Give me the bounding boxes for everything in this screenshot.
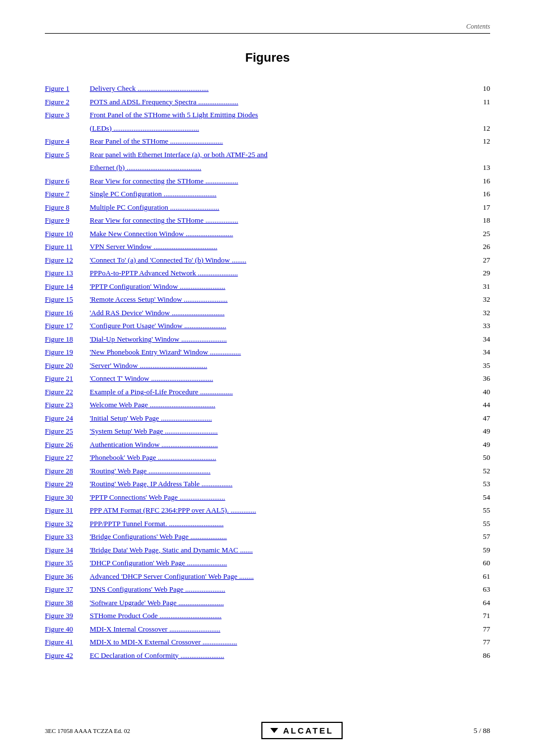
figure-label[interactable]: Figure 8 xyxy=(45,201,90,214)
figure-description[interactable]: 'Initial Setup' Web Page ...............… xyxy=(90,412,455,425)
figure-description[interactable]: 'Bridge Configurations' Web Page .......… xyxy=(90,530,455,543)
figure-label[interactable]: Figure 14 xyxy=(45,280,90,293)
figure-description[interactable]: Rear Panel of the STHome ...............… xyxy=(90,135,455,148)
figure-description[interactable]: Delivery Check .........................… xyxy=(90,82,455,95)
figure-label[interactable]: Figure 20 xyxy=(45,359,90,372)
figure-description[interactable]: Front Panel of the STHome with 5 Light E… xyxy=(90,108,455,122)
figure-label[interactable]: Figure 5 xyxy=(45,148,90,162)
figure-label[interactable]: Figure 39 xyxy=(45,609,90,623)
figure-description[interactable]: Rear panel with Ethernet Interface (a), … xyxy=(90,148,455,162)
figure-description[interactable]: Example of a Ping-of-Life Procedure ....… xyxy=(90,385,455,399)
figure-description[interactable]: Rear View for connecting the STHome ....… xyxy=(90,174,455,188)
figure-label[interactable]: Figure 36 xyxy=(45,570,90,583)
footer-doc-id: 3EC 17058 AAAA TCZZA Ed. 02 xyxy=(45,727,130,734)
table-row: Figure 40MDI-X Internal Crossover ......… xyxy=(45,623,490,636)
figure-label[interactable]: Figure 28 xyxy=(45,464,90,478)
figure-label[interactable]: Figure 4 xyxy=(45,135,90,148)
figure-label[interactable]: Figure 11 xyxy=(45,240,90,253)
figure-description[interactable]: 'Connect T' Window .....................… xyxy=(90,372,455,385)
figure-description[interactable]: MDI-X to MDI-X External Crossover ......… xyxy=(90,635,455,649)
figure-description[interactable]: 'Routing' Web Page, IP Address Table ...… xyxy=(90,477,455,491)
figure-label[interactable]: Figure 27 xyxy=(45,451,90,464)
figure-description[interactable]: 'DNS Configurations' Web Page ..........… xyxy=(90,583,455,596)
figure-page-number: 71 xyxy=(455,609,490,623)
figure-description[interactable]: POTS and ADSL Frequency Spectra ........… xyxy=(90,95,455,109)
figure-page-number: 57 xyxy=(455,530,490,543)
figure-label[interactable]: Figure 30 xyxy=(45,491,90,504)
figure-label[interactable]: Figure 38 xyxy=(45,596,90,610)
figure-label[interactable]: Figure 24 xyxy=(45,412,90,425)
figure-page-number: 77 xyxy=(455,635,490,649)
figure-description[interactable]: Rear View for connecting the STHome ....… xyxy=(90,214,455,227)
figure-page-number: 86 xyxy=(455,649,490,662)
figure-description[interactable]: Multiple PC Configuration ..............… xyxy=(90,201,455,214)
figure-description[interactable]: 'Phonebook' Web Page ...................… xyxy=(90,451,455,464)
figure-description[interactable]: 'DHCP Configuration' Web Page ..........… xyxy=(90,556,455,570)
figure-label[interactable]: Figure 16 xyxy=(45,306,90,320)
figure-label[interactable]: Figure 12 xyxy=(45,253,90,267)
figure-description[interactable]: 'Add RAS Device' Window ................… xyxy=(90,306,455,320)
figure-description[interactable]: Welcome Web Page .......................… xyxy=(90,398,455,412)
figure-page-number xyxy=(455,148,490,162)
figure-label[interactable]: Figure 1 xyxy=(45,82,90,95)
figure-label[interactable]: Figure 42 xyxy=(45,649,90,662)
figure-label[interactable]: Figure 40 xyxy=(45,623,90,636)
figure-description[interactable]: 'Software Upgrade' Web Page ............… xyxy=(90,596,455,610)
figure-description[interactable]: 'Connect To' (a) and 'Connected To' (b) … xyxy=(90,253,455,267)
figure-description[interactable]: PPP/PPTP Tunnel Format. ................… xyxy=(90,517,455,531)
figure-description[interactable]: 'New Phonebook Entry Wizard' Window ....… xyxy=(90,345,455,359)
figure-description[interactable]: Make New Connection Window .............… xyxy=(90,227,455,241)
figure-description[interactable]: 'System Setup' Web Page ................… xyxy=(90,425,455,438)
table-row: Figure 9Rear View for connecting the STH… xyxy=(45,214,490,227)
figure-description[interactable]: EC Declaration of Conformity ...........… xyxy=(90,649,455,662)
figure-label[interactable]: Figure 21 xyxy=(45,372,90,385)
figure-description[interactable]: MDI-X Internal Crossover ...............… xyxy=(90,623,455,636)
figure-label[interactable]: Figure 25 xyxy=(45,425,90,438)
alcatel-logo: ALCATEL xyxy=(261,722,343,739)
figure-description[interactable]: Advanced 'DHCP Server Configuration' Web… xyxy=(90,570,455,583)
figure-label[interactable]: Figure 17 xyxy=(45,319,90,333)
figure-label[interactable]: Figure 7 xyxy=(45,187,90,201)
figure-description[interactable]: Ethernet (b) ...........................… xyxy=(90,161,455,174)
figure-description[interactable]: 'PPTP Connections' Web Page ............… xyxy=(90,491,455,504)
figure-description[interactable]: PPP ATM Format (RFC 2364:PPP over AAL5).… xyxy=(90,504,455,517)
table-row: Figure 36Advanced 'DHCP Server Configura… xyxy=(45,570,490,583)
figure-label[interactable]: Figure 26 xyxy=(45,438,90,451)
figure-description[interactable]: Single PC Configuration ................… xyxy=(90,187,455,201)
figure-description[interactable]: 'Routing' Web Page .....................… xyxy=(90,464,455,478)
figure-label[interactable] xyxy=(45,122,90,135)
figure-label[interactable]: Figure 13 xyxy=(45,266,90,280)
figure-description[interactable]: 'Configure Port Usage' Window ..........… xyxy=(90,319,455,333)
figure-label[interactable]: Figure 2 xyxy=(45,95,90,109)
figure-label[interactable]: Figure 41 xyxy=(45,635,90,649)
figure-label[interactable]: Figure 35 xyxy=(45,556,90,570)
figure-label[interactable]: Figure 18 xyxy=(45,333,90,346)
figure-description[interactable]: 'PPTP Configuration' Window ............… xyxy=(90,280,455,293)
figure-label[interactable]: Figure 33 xyxy=(45,530,90,543)
figure-label[interactable]: Figure 34 xyxy=(45,543,90,557)
figure-label[interactable]: Figure 15 xyxy=(45,293,90,306)
figure-description[interactable]: VPN Server Window ......................… xyxy=(90,240,455,253)
figure-label[interactable]: Figure 3 xyxy=(45,108,90,122)
figure-label[interactable]: Figure 31 xyxy=(45,504,90,517)
figure-label[interactable]: Figure 22 xyxy=(45,385,90,399)
figure-label[interactable]: Figure 23 xyxy=(45,398,90,412)
figure-label[interactable] xyxy=(45,161,90,174)
figure-label[interactable]: Figure 32 xyxy=(45,517,90,531)
figure-label[interactable]: Figure 19 xyxy=(45,345,90,359)
figure-label[interactable]: Figure 37 xyxy=(45,583,90,596)
figure-description[interactable]: 'Bridge Data' Web Page, Static and Dynam… xyxy=(90,543,455,557)
figure-description[interactable]: STHome Product Code ....................… xyxy=(90,609,455,623)
figure-description[interactable]: PPPoA-to-PPTP Advanced Network .........… xyxy=(90,266,455,280)
figure-label[interactable]: Figure 9 xyxy=(45,214,90,227)
figure-label[interactable]: Figure 29 xyxy=(45,477,90,491)
figure-label[interactable]: Figure 6 xyxy=(45,174,90,188)
figure-description[interactable]: (LEDs) .................................… xyxy=(90,122,455,135)
figure-description[interactable]: 'Remote Access Setup' Window ...........… xyxy=(90,293,455,306)
table-row: Figure 21'Connect T' Window ............… xyxy=(45,372,490,385)
figure-page-number: 53 xyxy=(455,477,490,491)
figure-description[interactable]: 'Server' Window ........................… xyxy=(90,359,455,372)
figure-label[interactable]: Figure 10 xyxy=(45,227,90,241)
figure-description[interactable]: Authentication Window ..................… xyxy=(90,438,455,451)
figure-description[interactable]: 'Dial-Up Networking' Window ............… xyxy=(90,333,455,346)
